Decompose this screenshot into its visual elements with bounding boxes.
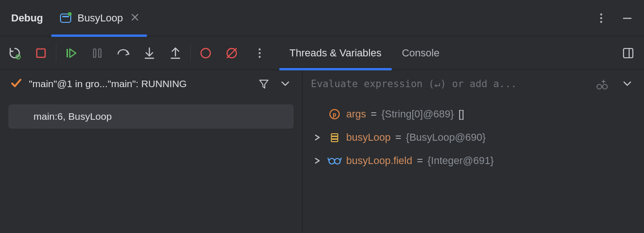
evaluate-row	[302, 70, 644, 98]
step-into-icon[interactable]	[143, 47, 156, 60]
debug-toolbar: Threads & Variables Console	[0, 36, 644, 70]
equals: =	[371, 108, 377, 120]
expand-icon[interactable]	[312, 158, 323, 164]
debug-top-bar: Debug BusyLoop	[0, 0, 644, 36]
stack-frame[interactable]: main:6, BusyLoop	[8, 104, 294, 129]
more-icon[interactable]	[595, 12, 608, 25]
object-icon	[328, 131, 342, 144]
toolbar-more-icon[interactable]	[253, 47, 266, 60]
thread-label[interactable]: "main"@1 in gro..."main": RUNNING	[29, 78, 251, 89]
param-icon: p	[328, 108, 342, 120]
svg-point-25	[597, 84, 602, 89]
svg-rect-6	[623, 18, 631, 19]
svg-point-3	[600, 13, 602, 15]
svg-rect-23	[624, 48, 633, 58]
svg-rect-9	[37, 49, 45, 57]
svg-text:p: p	[333, 111, 336, 118]
svg-point-26	[603, 84, 607, 89]
top-actions	[595, 12, 638, 25]
equals: =	[417, 155, 423, 167]
svg-point-8	[18, 56, 19, 57]
variable-row[interactable]: busyLoop.field = {Integer@691}	[312, 149, 644, 172]
variable-name: busyLoop	[346, 131, 390, 144]
pause-icon[interactable]	[91, 47, 104, 60]
step-over-icon[interactable]	[117, 47, 130, 60]
frames-panel: "main"@1 in gro..."main": RUNNING main:6…	[0, 70, 302, 233]
tab-console[interactable]: Console	[392, 36, 450, 70]
variable-value: {String[0]@689}	[382, 108, 454, 120]
tab-label: BusyLoop	[77, 12, 123, 24]
watch-icon	[328, 155, 342, 167]
svg-rect-31	[331, 134, 338, 136]
filter-icon[interactable]	[257, 77, 270, 90]
svg-point-2	[68, 12, 72, 16]
panel-title: Debug	[11, 12, 43, 24]
view-breakpoints-icon[interactable]	[199, 47, 212, 60]
svg-rect-10	[67, 49, 68, 57]
svg-rect-33	[331, 139, 338, 142]
svg-point-34	[329, 158, 335, 164]
expand-icon[interactable]	[312, 134, 323, 141]
svg-rect-11	[94, 49, 96, 57]
variable-value: {BusyLoop@690}	[406, 131, 486, 144]
variable-row[interactable]: ▶ p args = {String[0]@689} []	[312, 103, 644, 126]
variable-row[interactable]: busyLoop = {BusyLoop@690}	[312, 126, 644, 149]
svg-point-35	[335, 158, 340, 164]
mute-breakpoints-icon[interactable]	[225, 47, 238, 60]
svg-point-21	[259, 52, 261, 54]
equals: =	[395, 131, 401, 144]
tab-threads[interactable]: Threads & Variables	[279, 36, 392, 70]
close-icon[interactable]	[131, 13, 139, 23]
step-out-icon[interactable]	[169, 47, 182, 60]
application-icon	[60, 12, 72, 24]
eval-chevron-down-icon[interactable]	[619, 77, 636, 90]
svg-point-22	[259, 55, 261, 57]
debug-tab[interactable]: BusyLoop	[55, 0, 143, 36]
variable-value: {Integer@691}	[428, 155, 494, 167]
svg-point-17	[201, 48, 210, 58]
evaluate-input[interactable]	[311, 70, 590, 98]
svg-rect-32	[331, 137, 338, 139]
minimize-icon[interactable]	[621, 12, 634, 25]
stop-icon[interactable]	[34, 47, 47, 60]
svg-rect-12	[99, 49, 101, 57]
resume-icon[interactable]	[65, 47, 78, 60]
layout-icon[interactable]	[622, 47, 635, 60]
variables-list: ▶ p args = {String[0]@689} []	[302, 98, 644, 172]
variables-panel: ▶ p args = {String[0]@689} []	[302, 70, 644, 233]
rerun-icon[interactable]	[8, 47, 21, 60]
frames-header: "main"@1 in gro..."main": RUNNING	[0, 70, 302, 98]
variable-extra: []	[458, 108, 464, 120]
svg-point-5	[600, 21, 602, 22]
check-icon	[10, 77, 22, 91]
chevron-down-icon[interactable]	[277, 77, 294, 90]
variable-name: busyLoop.field	[346, 155, 412, 167]
svg-point-4	[600, 17, 602, 19]
svg-point-20	[259, 48, 261, 50]
variable-name: args	[346, 108, 366, 120]
svg-rect-1	[62, 16, 69, 17]
add-watch-icon[interactable]	[596, 77, 609, 90]
